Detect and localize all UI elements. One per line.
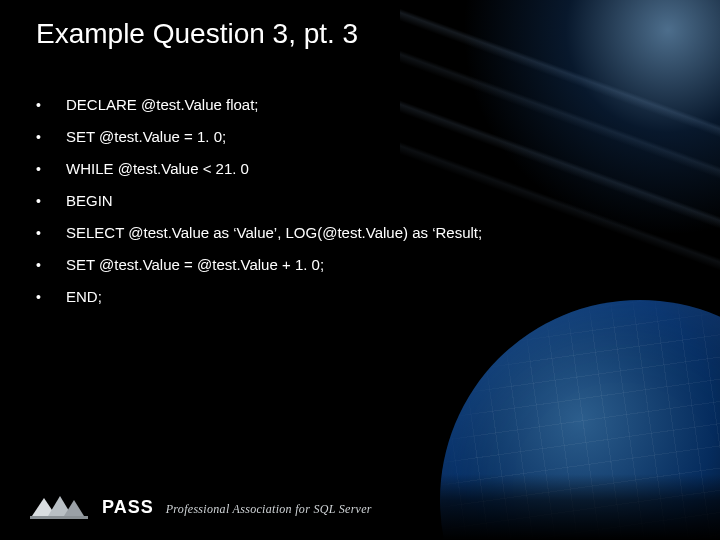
pass-logo-icon (30, 490, 88, 524)
brand-text: PASS Professional Association for SQL Se… (102, 497, 372, 518)
bullet-list: • DECLARE @test.Value float; • SET @test… (36, 96, 660, 320)
list-item: • WHILE @test.Value < 21. 0 (36, 160, 660, 178)
footer: PASS Professional Association for SQL Se… (0, 474, 720, 540)
slide: Example Question 3, pt. 3 • DECLARE @tes… (0, 0, 720, 540)
slide-title: Example Question 3, pt. 3 (36, 18, 358, 50)
bullet-text: SET @test.Value = 1. 0; (66, 128, 226, 146)
bullet-icon: • (36, 224, 66, 242)
svg-rect-0 (30, 516, 88, 519)
list-item: • END; (36, 288, 660, 306)
bullet-icon: • (36, 96, 66, 114)
bullet-icon: • (36, 160, 66, 178)
list-item: • SET @test.Value = @test.Value + 1. 0; (36, 256, 660, 274)
brand-tagline: Professional Association for SQL Server (166, 502, 372, 517)
bullet-text: END; (66, 288, 102, 306)
bullet-text: DECLARE @test.Value float; (66, 96, 259, 114)
bullet-text: WHILE @test.Value < 21. 0 (66, 160, 249, 178)
bullet-icon: • (36, 192, 66, 210)
list-item: • BEGIN (36, 192, 660, 210)
bullet-text: SET @test.Value = @test.Value + 1. 0; (66, 256, 324, 274)
list-item: • SELECT @test.Value as ‘Value’, LOG(@te… (36, 224, 660, 242)
list-item: • DECLARE @test.Value float; (36, 96, 660, 114)
list-item: • SET @test.Value = 1. 0; (36, 128, 660, 146)
bullet-icon: • (36, 128, 66, 146)
bullet-icon: • (36, 288, 66, 306)
bullet-icon: • (36, 256, 66, 274)
bullet-text: BEGIN (66, 192, 113, 210)
brand-block: PASS Professional Association for SQL Se… (30, 490, 372, 524)
brand-name: PASS (102, 497, 154, 518)
bullet-text: SELECT @test.Value as ‘Value’, LOG(@test… (66, 224, 482, 242)
